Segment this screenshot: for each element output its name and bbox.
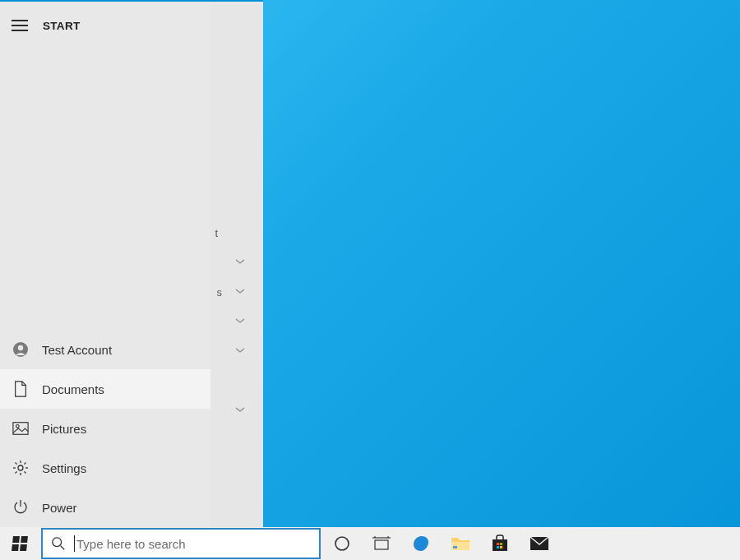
search-input[interactable]: Type here to search [41, 528, 321, 559]
svg-rect-25 [500, 543, 502, 545]
start-menu-outer: t s START Test Account [0, 0, 263, 527]
mail-button[interactable] [520, 527, 559, 560]
svg-line-11 [24, 463, 25, 465]
power-button[interactable]: Power [0, 488, 210, 527]
mail-icon [530, 536, 549, 551]
chevron-down-icon [235, 257, 245, 266]
account-button[interactable]: Test Account [0, 330, 210, 369]
chevron-down-icon [235, 286, 245, 296]
start-header: START [0, 2, 210, 49]
background-peek-text: t [215, 227, 218, 239]
edge-button[interactable] [401, 527, 441, 560]
pictures-icon [12, 419, 30, 437]
start-button[interactable] [0, 527, 39, 560]
documents-button[interactable]: Documents [0, 369, 210, 409]
svg-point-16 [335, 537, 349, 550]
start-title: START [43, 20, 81, 32]
task-view-button[interactable] [362, 527, 401, 560]
settings-button[interactable]: Settings [0, 448, 210, 488]
task-view-icon [372, 536, 391, 551]
documents-label: Documents [42, 382, 104, 396]
svg-line-10 [24, 471, 25, 473]
pictures-label: Pictures [42, 422, 86, 436]
svg-line-15 [61, 546, 65, 550]
gear-icon [12, 459, 30, 477]
account-label: Test Account [42, 343, 112, 357]
search-placeholder: Type here to search [76, 537, 186, 551]
svg-line-12 [16, 471, 17, 473]
pictures-button[interactable]: Pictures [0, 409, 210, 448]
folder-icon [451, 535, 470, 552]
windows-icon [12, 536, 28, 551]
cortana-icon [334, 535, 350, 552]
svg-rect-22 [453, 546, 457, 548]
svg-line-9 [16, 463, 17, 465]
svg-rect-17 [375, 540, 388, 549]
document-icon [12, 380, 30, 398]
hamburger-icon[interactable] [12, 20, 28, 31]
person-icon [12, 340, 30, 359]
svg-point-1 [18, 345, 23, 350]
chevron-down-icon [235, 316, 245, 326]
power-icon [12, 498, 30, 516]
store-button[interactable] [480, 527, 520, 560]
svg-rect-26 [497, 546, 499, 548]
svg-rect-2 [13, 423, 28, 435]
edge-icon [411, 534, 431, 553]
cortana-button[interactable] [322, 527, 362, 560]
file-explorer-button[interactable] [441, 527, 480, 560]
text-cursor [74, 535, 75, 552]
svg-point-4 [18, 465, 23, 470]
chevron-down-icon [235, 345, 245, 355]
svg-point-14 [53, 538, 62, 547]
search-icon [51, 536, 66, 551]
svg-rect-27 [500, 546, 502, 548]
chevron-down-icon [235, 405, 245, 414]
background-peek-text2: s [217, 286, 223, 299]
power-label: Power [42, 501, 77, 515]
start-menu-expanded: START Test Account Documents [0, 2, 210, 529]
settings-label: Settings [42, 461, 86, 475]
svg-point-3 [16, 424, 20, 428]
store-icon [491, 535, 509, 553]
svg-rect-24 [497, 543, 499, 545]
taskbar: Type here to search [0, 527, 740, 560]
